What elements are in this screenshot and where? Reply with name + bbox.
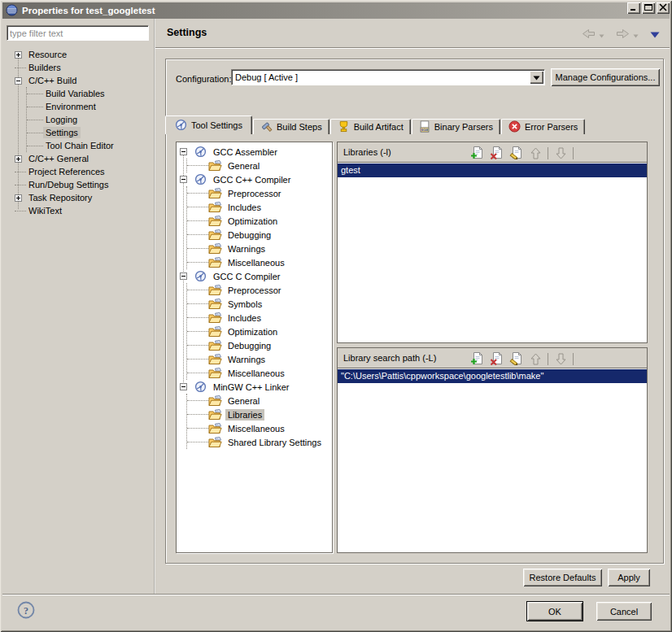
page-title: Settings [167,27,207,38]
tree-item-preprocessor[interactable]: Preprocessor [187,283,332,297]
wrench-icon [194,173,207,186]
close-icon [658,3,668,13]
tree-item-label: Build Variables [43,88,107,99]
tree-item-debugging[interactable]: Debugging [187,228,332,242]
back-history-caret-icon[interactable] [599,30,604,40]
expand-icon[interactable] [15,194,22,202]
collapse-icon[interactable] [15,77,22,85]
delete-icon[interactable] [489,351,504,366]
tool-settings-tree-panel: GCC AssemblerGeneralGCC C++ CompilerPrep… [176,142,333,553]
minimize-button[interactable] [627,2,640,14]
list-item[interactable]: "C:\Users\Pattis\cppworkspace\googletest… [338,369,647,383]
error-icon [508,120,521,134]
add-icon[interactable] [469,351,484,366]
tree-item-general[interactable]: General [187,394,332,408]
tree-item-label: Preprocessor [225,188,283,199]
move-up-icon[interactable] [528,146,543,160]
tree-item-environment[interactable]: Environment [27,100,154,113]
tab-binary-parsers[interactable]: 010Binary Parsers [412,119,500,134]
tab-error-parsers[interactable]: Error Parsers [501,119,585,134]
close-button[interactable] [657,2,670,14]
tree-item-resource[interactable]: Resource [15,48,154,61]
tree-item-gcc-c++-compiler[interactable]: GCC C++ Compiler [180,172,332,186]
configuration-select[interactable]: Debug [ Active ] [231,69,545,85]
restore-defaults-button[interactable]: Restore Defaults [523,569,602,586]
tree-item-wikitext[interactable]: WikiText [15,204,154,217]
tree-item-tool-chain-editor[interactable]: Tool Chain Editor [27,139,154,152]
back-arrow-icon[interactable] [582,28,596,41]
tree-item-debugging[interactable]: Debugging [187,338,332,352]
collapse-icon[interactable] [180,176,187,183]
tree-item-libraries[interactable]: Libraries [187,408,332,421]
tree-item-project-references[interactable]: Project References [15,165,154,178]
tree-item-miscellaneous[interactable]: Miscellaneous [187,366,332,380]
move-down-icon[interactable] [553,351,568,366]
tree-item-run-debug-settings[interactable]: Run/Debug Settings [15,178,154,191]
tree-item-gcc-assembler[interactable]: GCC Assembler [180,145,332,159]
tree-item-label: Libraries [225,409,264,421]
tree-item-preprocessor[interactable]: Preprocessor [187,186,332,200]
tree-connector [187,165,208,166]
help-icon: ? [16,600,36,621]
cancel-button[interactable]: Cancel [596,602,652,621]
tree-item-task-repository[interactable]: Task Repository [15,191,154,204]
collapse-icon[interactable] [180,383,187,390]
maximize-button[interactable] [642,2,655,14]
tab-build-artifact[interactable]: Build Artifact [330,119,411,134]
tree-item-general[interactable]: General [187,159,332,172]
tree-item-symbols[interactable]: Symbols [187,297,332,311]
tree-item-miscellaneous[interactable]: Miscellaneous [187,255,332,269]
collapse-icon[interactable] [180,148,187,155]
tree-item-build-variables[interactable]: Build Variables [27,87,154,100]
add-icon[interactable] [469,146,484,160]
library-search-path-list[interactable]: "C:\Users\Pattis\cppworkspace\googletest… [337,368,648,553]
tree-connector [15,211,26,211]
list-item[interactable]: gtest [338,163,647,177]
move-down-icon[interactable] [553,146,568,160]
tree-item-optimization[interactable]: Optimization [187,325,332,338]
edit-icon[interactable] [508,351,523,366]
view-menu-icon[interactable] [650,30,660,40]
header-divider [155,47,670,49]
tree-item-builders[interactable]: Builders [15,61,154,74]
tree-item-optimization[interactable]: Optimization [187,214,332,228]
wrench-icon [194,146,207,159]
chevron-down-icon [533,72,540,82]
tab-build-steps[interactable]: Build Steps [253,119,329,134]
libraries-list[interactable]: gtest [337,163,648,343]
eclipse-icon [6,4,18,18]
tree-item-logging[interactable]: Logging [27,113,154,126]
tab-tool-settings[interactable]: Tool Settings [165,116,252,134]
tree-item-label: GCC Assembler [211,146,280,158]
tree-item-settings[interactable]: Settings [27,126,154,139]
collapse-icon[interactable] [180,272,187,280]
tree-item-includes[interactable]: Includes [187,311,332,325]
forward-history-caret-icon[interactable] [633,30,639,40]
filter-input[interactable] [7,25,149,41]
titlebar[interactable]: Properties for test_googletest [2,2,670,19]
ok-button[interactable]: OK [527,602,583,621]
forward-arrow-icon[interactable] [616,28,630,41]
tree-connector [187,442,208,442]
folder-icon [208,408,222,421]
tree-item-mingw-c++-linker[interactable]: MinGW C++ Linker [180,380,332,394]
apply-button[interactable]: Apply [608,569,650,586]
combo-dropdown-button[interactable] [530,71,543,84]
tree-item-c-c++-build[interactable]: C/C++ Build [15,74,154,87]
tree-item-gcc-c-compiler[interactable]: GCC C Compiler [180,269,332,283]
tree-item-shared-library-settings[interactable]: Shared Library Settings [187,435,332,449]
expand-icon[interactable] [15,155,22,163]
move-up-icon[interactable] [528,351,543,366]
tree-connector [187,345,208,346]
edit-icon[interactable] [508,146,523,160]
tree-item-warnings[interactable]: Warnings [187,352,332,366]
tree-item-miscellaneous[interactable]: Miscellaneous [187,421,332,435]
tree-item-c-c++-general[interactable]: C/C++ General [15,152,154,165]
tree-item-includes[interactable]: Includes [187,200,332,214]
expand-icon[interactable] [15,51,22,59]
manage-configurations-button[interactable]: Manage Configurations... [551,68,660,86]
settings-pane: Settings Configuration: Debug [ Active ]… [155,19,670,594]
tree-item-warnings[interactable]: Warnings [187,242,332,255]
help-button[interactable]: ? [16,601,36,621]
delete-icon[interactable] [489,146,504,160]
